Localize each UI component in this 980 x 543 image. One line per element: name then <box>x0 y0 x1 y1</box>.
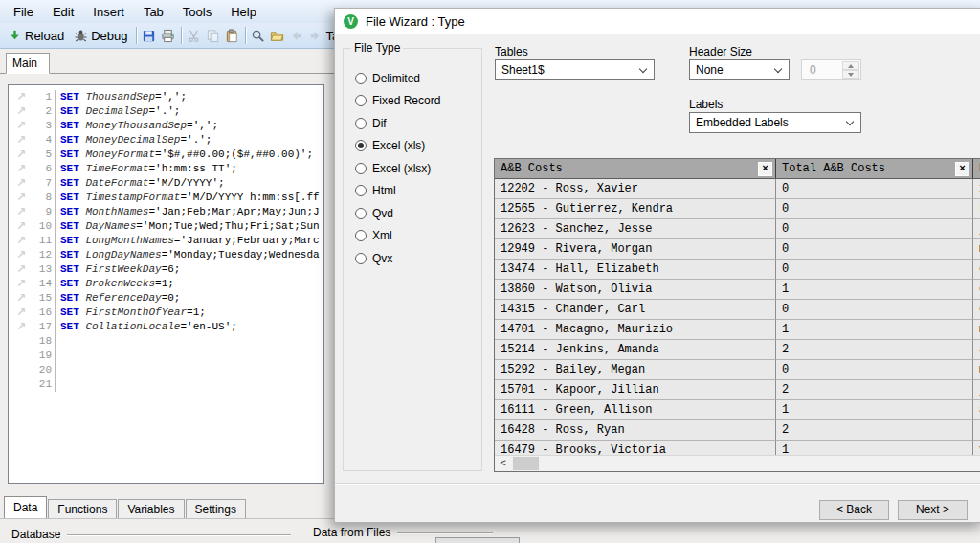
radio-html[interactable]: Html <box>355 185 440 197</box>
radio-excel-xls[interactable]: Excel (xls) <box>355 140 440 152</box>
line-number: 15 <box>33 291 55 305</box>
forward-button[interactable] <box>306 25 325 46</box>
back-wizard-button[interactable]: < Back <box>819 500 889 520</box>
script-editor[interactable]: ↗1SET ThousandSep=',';↗2SET DecimalSep='… <box>8 84 324 484</box>
set-keyword: SET <box>60 177 79 189</box>
toolbar-separator <box>245 27 246 44</box>
partial-button[interactable] <box>435 537 520 543</box>
header-size-spinner-value: 0 <box>810 63 816 77</box>
variable-name: ThousandSep <box>85 91 155 102</box>
save-button[interactable] <box>140 25 159 46</box>
radio-xml[interactable]: Xml <box>355 230 440 242</box>
column-header[interactable]: Total A&B Costs× <box>776 159 973 178</box>
menu-help[interactable]: Help <box>221 2 266 22</box>
line-number: 7 <box>33 176 55 191</box>
table-row: 12202 - Ross, Xavier0x <box>495 179 980 199</box>
reload-label: Reload <box>25 29 64 43</box>
remove-column-icon[interactable]: × <box>758 162 772 176</box>
variable-value: ='.'; <box>148 105 180 117</box>
back-button[interactable] <box>287 25 306 46</box>
table-row: 15701 - Kapoor, Jillian2j <box>495 380 980 400</box>
radio-fixed-record[interactable]: Fixed Record <box>355 95 440 107</box>
variable-name: ReferenceDay <box>85 292 161 304</box>
table-cell: m <box>973 239 980 260</box>
table-cell: j <box>973 219 980 239</box>
column-header[interactable]: E× <box>973 159 980 178</box>
chevron-down-icon <box>774 65 782 73</box>
script-line: ↗12SET LongDayNames='Monday;Tuesday;Wedn… <box>9 248 323 262</box>
line-number: 12 <box>33 248 55 262</box>
variable-name: TimeFormat <box>85 163 148 174</box>
table-cell: 0 <box>776 219 973 239</box>
radio-qvx[interactable]: Qvx <box>355 252 440 264</box>
script-line: ↗7SET DateFormat='M/D/YYYY'; <box>9 176 323 191</box>
line-number: 11 <box>33 234 55 248</box>
radio-circle-icon <box>355 95 367 106</box>
scroll-left-icon[interactable]: < <box>495 456 511 471</box>
search-button[interactable] <box>249 25 268 46</box>
labels-dropdown[interactable]: Embedded Labels <box>689 112 861 133</box>
table-cell: r <box>973 420 980 441</box>
variable-name: MoneyThousandSep <box>85 120 187 131</box>
line-number: 8 <box>33 191 55 205</box>
remove-column-icon[interactable]: × <box>955 162 969 176</box>
reload-button[interactable]: Reload <box>3 25 69 46</box>
radio-label: Xml <box>372 229 392 242</box>
dialog-title-bar[interactable]: V File Wizard : Type <box>335 9 980 34</box>
table-cell: 14315 - Chander, Carl <box>495 300 776 320</box>
copy-button[interactable] <box>204 25 223 46</box>
tab-variables[interactable]: Variables <box>118 499 184 518</box>
header-size-dropdown[interactable]: None <box>689 59 790 80</box>
tab-settings[interactable]: Settings <box>186 499 246 518</box>
table-cell: a <box>973 400 980 420</box>
line-number: 9 <box>33 205 55 219</box>
debug-label: Debug <box>91 29 127 43</box>
table-row: 14701 - Macagno, Maurizio1m <box>495 320 980 340</box>
script-line: ↗1SET ThousandSep=','; <box>9 90 323 104</box>
radio-label: Html <box>372 184 396 197</box>
variable-name: BrokenWeeks <box>85 278 155 289</box>
radio-excel-xlsx[interactable]: Excel (xlsx) <box>355 162 440 174</box>
menu-tools[interactable]: Tools <box>173 2 221 22</box>
next-wizard-button[interactable]: Next > <box>898 500 968 520</box>
variable-value: =1; <box>187 306 206 318</box>
scrollbar-thumb[interactable] <box>513 457 539 470</box>
column-header[interactable]: A&B Costs× <box>495 159 776 178</box>
bottom-tab-bar: DataFunctionsVariablesSettings <box>4 497 247 518</box>
script-line-empty: 18 <box>9 334 323 349</box>
table-cell: 12202 - Ross, Xavier <box>495 179 776 199</box>
bookmark-arrow-icon: ↗ <box>9 248 33 262</box>
paste-icon <box>225 29 239 43</box>
script-line: ↗9SET MonthNames='Jan;Feb;Mar;Apr;May;Ju… <box>9 205 323 219</box>
script-line-empty: 19 <box>9 349 323 363</box>
table-cell: 0 <box>776 199 973 219</box>
variable-name: MonthNames <box>85 206 148 217</box>
set-keyword: SET <box>60 263 79 275</box>
table-row: 13474 - Hall, Elizabeth0e <box>495 260 980 280</box>
print-button[interactable] <box>159 25 178 46</box>
tab-main[interactable]: Main <box>6 53 50 74</box>
paste-button[interactable] <box>223 25 242 46</box>
debug-button[interactable]: Debug <box>69 25 132 46</box>
group-divider <box>67 534 291 536</box>
radio-delimited[interactable]: Delimited <box>355 72 440 84</box>
radio-dif[interactable]: Dif <box>355 117 440 129</box>
tables-dropdown[interactable]: Sheet1$ <box>495 59 655 80</box>
tab-functions[interactable]: Functions <box>48 499 117 518</box>
variable-value: ='Jan;Feb;Mar;Apr;May;Jun;J <box>148 206 319 217</box>
radio-qvd[interactable]: Qvd <box>355 207 440 219</box>
menu-tab[interactable]: Tab <box>134 2 173 22</box>
table-cell: 2 <box>776 380 973 400</box>
open-folder-button[interactable] <box>268 25 287 46</box>
menu-edit[interactable]: Edit <box>43 2 83 22</box>
header-size-spinner: 0 <box>801 59 861 80</box>
tab-data[interactable]: Data <box>4 496 47 518</box>
menu-file[interactable]: File <box>4 2 43 22</box>
menu-insert[interactable]: Insert <box>83 2 134 22</box>
script-line: ↗17SET CollationLocale='en-US'; <box>9 320 323 334</box>
horizontal-scrollbar[interactable]: < <box>495 455 980 471</box>
open-folder-icon <box>270 29 284 43</box>
table-row: 13860 - Watson, Olivia1o <box>495 280 980 300</box>
cut-button[interactable] <box>185 25 204 46</box>
script-line: ↗4SET MoneyDecimalSep='.'; <box>9 133 323 147</box>
